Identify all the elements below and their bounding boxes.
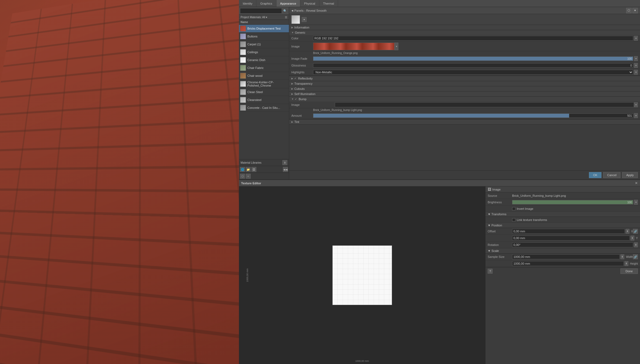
glossiness-arrow[interactable]: ▾ bbox=[634, 63, 638, 68]
material-item[interactable]: Chair wood bbox=[239, 72, 289, 80]
material-item-name: Chrome-Kohler-CP-Polished_Chrome bbox=[247, 81, 288, 87]
te-sample-size-height-input[interactable] bbox=[512, 261, 624, 266]
material-item-name: Bricks Displacement Test bbox=[247, 27, 281, 30]
material-item[interactable]: Clean Steel bbox=[239, 88, 289, 96]
image-fade-bar[interactable]: 100 bbox=[313, 56, 633, 61]
te-sample-width-arrow[interactable]: ⬍ bbox=[620, 254, 624, 259]
bump-amount-value-area: 501 ▾ bbox=[313, 113, 638, 118]
material-item[interactable]: Chair Fabric bbox=[239, 64, 289, 72]
bump-amount-arrow[interactable]: ▾ bbox=[634, 113, 638, 118]
color-arrow-btn[interactable]: ▾ bbox=[634, 36, 638, 41]
tab-thermal[interactable]: Thermal bbox=[319, 0, 338, 7]
section-information-label: Information bbox=[294, 26, 309, 29]
te-section-image-label: Image bbox=[492, 188, 501, 191]
material-item[interactable]: Cleansteel bbox=[239, 96, 289, 104]
bump-image-arrow[interactable]: ▾ bbox=[634, 102, 638, 107]
material-item-name: Ceramic Dish bbox=[247, 58, 265, 62]
tab-identity[interactable]: Identity bbox=[239, 0, 256, 7]
te-section-image-header[interactable]: 🖼 Image bbox=[485, 186, 640, 192]
te-link-icon[interactable]: 🔗 bbox=[633, 229, 638, 234]
properties-panel: ◀ Panels - Reveal Smooth ⬡ ▾ ▾ bbox=[289, 7, 640, 179]
highlights-dropdown[interactable]: Non-Metallic bbox=[313, 70, 633, 75]
tab-appearance[interactable]: Appearance bbox=[276, 0, 300, 7]
te-width-label: Width bbox=[626, 255, 633, 258]
material-item-name: Chair wood bbox=[247, 74, 263, 77]
te-scale-label: Scale bbox=[491, 249, 499, 252]
section-generic-header[interactable]: ▼ Generic bbox=[289, 30, 640, 35]
section-tint[interactable]: ▶ Tint bbox=[289, 119, 640, 125]
material-item[interactable]: Ceramic Dish bbox=[239, 56, 289, 64]
dropdown-arrow-icon: ▾ bbox=[266, 16, 267, 19]
done-button[interactable]: Done bbox=[620, 268, 638, 274]
expand-icon[interactable]: ⬆ bbox=[282, 160, 287, 165]
project-materials-dropdown[interactable]: Project Materials: All ▾ bbox=[241, 16, 267, 19]
material-item[interactable]: Carpet (1) bbox=[239, 40, 289, 48]
texture-editor-close-icon[interactable]: ✕ bbox=[635, 181, 638, 185]
image-icon[interactable]: 🖼 bbox=[251, 167, 256, 172]
search-button[interactable]: 🔍 bbox=[282, 8, 288, 14]
material-item[interactable]: Bricks Displacement Test bbox=[239, 25, 289, 33]
te-brightness-bar[interactable]: 100 bbox=[512, 200, 633, 204]
search-input[interactable] bbox=[240, 8, 282, 14]
panel-icon-1[interactable]: ⬡ bbox=[626, 8, 632, 13]
te-invert-checkbox[interactable] bbox=[512, 207, 515, 210]
sphere-icon[interactable]: ⬡ bbox=[240, 174, 245, 179]
apply-button[interactable]: Apply bbox=[622, 172, 638, 178]
te-link-texture-checkbox[interactable] bbox=[512, 218, 515, 221]
te-source-label: Source bbox=[488, 194, 512, 197]
material-item[interactable]: Concrete - Cast In Situ... bbox=[239, 104, 289, 112]
te-section-transforms[interactable]: ▼ Transforms bbox=[485, 212, 640, 217]
color-dropdown[interactable]: RGB 192 192 192 bbox=[313, 36, 633, 41]
globe-icon[interactable]: 🌐 bbox=[240, 167, 245, 172]
section-information-header[interactable]: ▶ Information bbox=[289, 25, 640, 30]
list-options-icon[interactable]: ☰ bbox=[285, 16, 287, 19]
image-arrow-btn[interactable]: ▾ bbox=[395, 43, 398, 50]
glossiness-bar[interactable]: 0 bbox=[313, 63, 633, 68]
section-generic: ▼ Generic Color RGB 192 192 192 ▾ bbox=[289, 30, 640, 76]
te-sample-size-width-input[interactable] bbox=[512, 254, 620, 259]
material-item[interactable]: Buttons bbox=[239, 33, 289, 40]
te-sample-size-width-row: Sample Size ⬍ Width 🔗 bbox=[485, 254, 640, 260]
ok-button[interactable]: OK bbox=[589, 172, 601, 178]
image-fade-arrow[interactable]: ▾ bbox=[634, 56, 638, 61]
image-fade-progress: 100 bbox=[313, 56, 633, 61]
te-bottom-buttons: ? Done bbox=[485, 267, 640, 275]
panel-icon-2[interactable]: ▾ bbox=[632, 8, 638, 13]
te-rotation-input[interactable] bbox=[512, 242, 633, 247]
te-offset-y-input[interactable] bbox=[512, 236, 630, 240]
help-button[interactable]: ? bbox=[488, 269, 493, 274]
section-cutouts-header[interactable]: ▶ Cutouts bbox=[289, 86, 640, 91]
section-transparency-header[interactable]: ▶ Transparency bbox=[289, 81, 640, 86]
add-icon[interactable]: + bbox=[246, 174, 251, 179]
te-offset-x-input[interactable] bbox=[512, 229, 625, 234]
te-section-scale[interactable]: ▼ Scale bbox=[485, 248, 640, 254]
te-rotation-value: ⬍ bbox=[512, 242, 638, 247]
te-rotation-arrow[interactable]: ⬍ bbox=[634, 242, 638, 247]
te-offset-x-arrow[interactable]: ⬍ bbox=[626, 229, 629, 234]
section-self-illumination-header[interactable]: ▶ Self Illumination bbox=[289, 91, 640, 96]
section-reflectivity-header[interactable]: ▶ ✓ Reflectivity bbox=[289, 76, 640, 81]
section-bump-header[interactable]: ▼ ✓ Bump bbox=[289, 97, 640, 102]
image-preview-thumb[interactable] bbox=[313, 43, 395, 50]
material-libs-bar: Material Libraries ⬆ bbox=[239, 159, 289, 166]
te-offset-y-arrow[interactable]: ⬍ bbox=[630, 236, 634, 240]
te-brightness-arrow[interactable]: ▾ bbox=[634, 200, 638, 205]
bump-image-input[interactable] bbox=[335, 102, 634, 107]
tab-physical[interactable]: Physical bbox=[300, 0, 319, 7]
te-offset-label: Offset bbox=[488, 230, 512, 233]
bump-amount-bar[interactable]: 501 bbox=[313, 113, 633, 118]
te-sample-height-arrow[interactable]: ⬍ bbox=[625, 261, 628, 266]
tab-graphics[interactable]: Graphics bbox=[256, 0, 276, 7]
collapse-icon[interactable]: ◀◀ bbox=[283, 167, 288, 172]
material-item-name: Cleansteel bbox=[247, 98, 261, 102]
te-section-position[interactable]: ▼ Position bbox=[485, 223, 640, 228]
canvas-label-bottom: 1000,00 mm bbox=[355, 360, 369, 362]
cancel-button[interactable]: Cancel bbox=[603, 172, 620, 178]
material-item[interactable]: Ceilings bbox=[239, 48, 289, 56]
folder-icon[interactable]: 📁 bbox=[246, 167, 251, 172]
te-scale-link-icon[interactable]: 🔗 bbox=[633, 254, 638, 259]
preview-dropdown-btn[interactable]: ▾ bbox=[302, 17, 307, 22]
highlights-arrow[interactable]: ▾ bbox=[634, 70, 638, 75]
te-source-row: Source Brick_Uniform_Running_bump Light.… bbox=[485, 192, 640, 199]
material-item[interactable]: Chrome-Kohler-CP-Polished_Chrome bbox=[239, 80, 289, 88]
